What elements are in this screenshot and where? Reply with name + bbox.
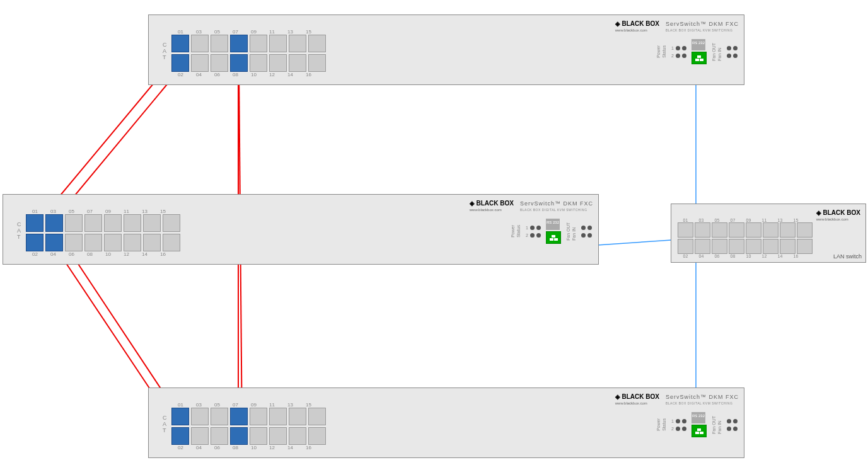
- port-11[interactable]: [269, 408, 287, 425]
- lan-port[interactable]: [546, 231, 561, 244]
- port-08[interactable]: [84, 234, 102, 251]
- port-15[interactable]: [163, 214, 180, 232]
- port-07[interactable]: [230, 35, 248, 52]
- port-label: 01: [171, 402, 190, 408]
- lan-port[interactable]: [692, 52, 707, 64]
- lan-port-slot[interactable]: [797, 222, 813, 238]
- rs232-port[interactable]: RS 232: [692, 412, 705, 423]
- port-label: 01: [26, 209, 44, 214]
- port-07[interactable]: [84, 214, 102, 232]
- port-10[interactable]: [250, 427, 267, 445]
- lan-port-slot[interactable]: [746, 239, 761, 254]
- port-label: 10: [741, 254, 756, 258]
- led-indicator: [727, 46, 731, 50]
- kvm-device-1: ◈ BLACK BOX www.blackbox.com ServSwitch™…: [148, 14, 744, 85]
- port-label: 12: [117, 251, 136, 257]
- port-08[interactable]: [230, 427, 248, 445]
- network-icon: [697, 428, 701, 431]
- port-03[interactable]: [191, 35, 209, 52]
- device-header: ◈ BLACK BOX www.blackbox.com: [816, 206, 860, 221]
- port-label: 03: [693, 218, 709, 222]
- port-label: 16: [299, 445, 318, 451]
- port-label: 02: [26, 251, 44, 257]
- port-01[interactable]: [171, 408, 189, 425]
- port-15[interactable]: [308, 408, 326, 425]
- lan-port-slot[interactable]: [678, 239, 693, 254]
- port-label: 06: [208, 72, 226, 78]
- lan-port-slot[interactable]: [712, 222, 727, 238]
- led-indicator: [727, 427, 731, 431]
- port-05[interactable]: [211, 408, 228, 425]
- port-16[interactable]: [308, 427, 326, 445]
- port-16[interactable]: [308, 54, 326, 72]
- lan-port-slot[interactable]: [729, 222, 744, 238]
- port-12[interactable]: [124, 234, 141, 251]
- port-label: 05: [208, 29, 226, 35]
- port-13[interactable]: [289, 35, 306, 52]
- port-14[interactable]: [289, 427, 306, 445]
- rs232-port[interactable]: RS 232: [546, 219, 560, 230]
- port-15[interactable]: [308, 35, 326, 52]
- port-12[interactable]: [269, 54, 287, 72]
- port-16[interactable]: [163, 234, 180, 251]
- port-04[interactable]: [45, 234, 63, 251]
- product-label: ServSwitch™ DKM FXC: [666, 21, 739, 27]
- rs232-port[interactable]: RS 232: [692, 39, 705, 50]
- cat-label: CAT: [163, 42, 167, 60]
- led-indicator: [530, 226, 535, 230]
- lan-port-slot[interactable]: [763, 222, 778, 238]
- lan-port-slot[interactable]: [780, 222, 796, 238]
- port-05[interactable]: [65, 214, 83, 232]
- port-label: 15: [299, 29, 318, 35]
- port-01[interactable]: [26, 214, 43, 232]
- lan-port-slot[interactable]: [695, 239, 710, 254]
- port-04[interactable]: [191, 54, 209, 72]
- port-06[interactable]: [211, 54, 228, 72]
- port-14[interactable]: [143, 234, 161, 251]
- port-05[interactable]: [211, 35, 228, 52]
- port-06[interactable]: [211, 427, 228, 445]
- port-12[interactable]: [269, 427, 287, 445]
- port-01[interactable]: [171, 35, 189, 52]
- lan-port-slot[interactable]: [763, 239, 778, 254]
- port-09[interactable]: [250, 35, 267, 52]
- port-02[interactable]: [171, 54, 189, 72]
- port-02[interactable]: [26, 234, 43, 251]
- lan-port-slot[interactable]: [797, 239, 813, 254]
- led-indicator: [727, 419, 731, 423]
- port-label: 02: [171, 72, 190, 78]
- port-label: 13: [281, 29, 299, 35]
- lan-port-slot[interactable]: [695, 222, 710, 238]
- port-10[interactable]: [104, 234, 122, 251]
- led-num: 2: [671, 427, 674, 431]
- led-indicator: [676, 54, 680, 58]
- led-indicator: [682, 54, 686, 58]
- led-num: 1: [671, 419, 674, 423]
- port-10[interactable]: [250, 54, 267, 72]
- brand-sub-label: www.blackbox.com: [615, 401, 659, 405]
- lan-port[interactable]: [692, 425, 707, 437]
- port-09[interactable]: [250, 408, 267, 425]
- port-11[interactable]: [269, 35, 287, 52]
- lan-port-slot[interactable]: [678, 222, 693, 238]
- port-04[interactable]: [191, 427, 209, 445]
- port-06[interactable]: [65, 234, 83, 251]
- lan-port-slot[interactable]: [780, 239, 796, 254]
- product-sub-label: BLACK BOX DIGITAL KVM SWITCHING: [666, 28, 739, 32]
- port-13[interactable]: [289, 408, 306, 425]
- lan-port-slot[interactable]: [712, 239, 727, 254]
- port-14[interactable]: [289, 54, 306, 72]
- port-09[interactable]: [104, 214, 122, 232]
- port-02[interactable]: [171, 427, 189, 445]
- lan-port-slot[interactable]: [729, 239, 744, 254]
- port-08[interactable]: [230, 54, 248, 72]
- led-num: 2: [671, 54, 674, 58]
- lan-port-slot[interactable]: [746, 222, 761, 238]
- port-03[interactable]: [191, 408, 209, 425]
- network-icon: [695, 432, 699, 434]
- port-03[interactable]: [45, 214, 63, 232]
- port-label: 08: [81, 251, 99, 257]
- port-07[interactable]: [230, 408, 248, 425]
- port-13[interactable]: [143, 214, 161, 232]
- port-11[interactable]: [124, 214, 141, 232]
